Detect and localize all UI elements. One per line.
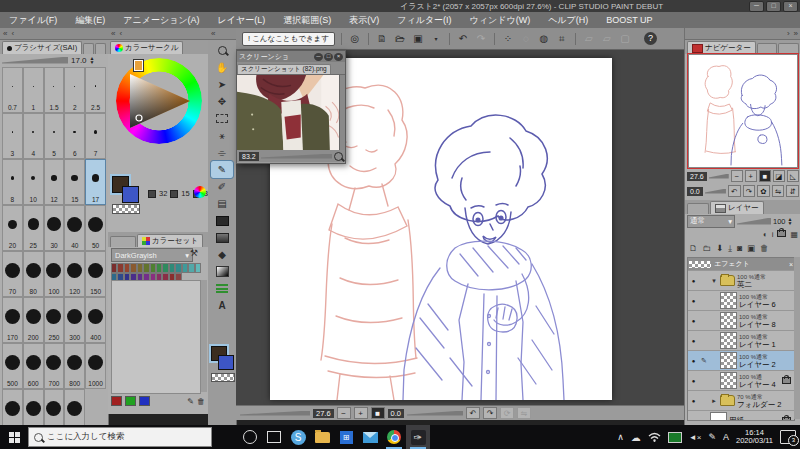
menu-item[interactable]: 選択範囲(S) xyxy=(274,13,340,28)
new-folder-icon[interactable]: 🗀 xyxy=(703,243,712,254)
layer-row[interactable]: ●▸70 %通常フォルダー 2 xyxy=(688,391,794,411)
wifi-icon[interactable] xyxy=(648,432,661,442)
layer-name[interactable]: レイヤー 6 xyxy=(739,301,776,309)
navigator-rotation-slider[interactable] xyxy=(705,189,726,194)
invert-selection-icon[interactable]: ◍ xyxy=(537,32,551,45)
brush-size-cell[interactable]: 5 xyxy=(44,113,65,159)
auto-select-tool[interactable]: ⚹ xyxy=(211,127,233,144)
sv-triangle[interactable] xyxy=(128,70,192,132)
mail-taskbar-button[interactable] xyxy=(358,425,382,449)
lock-layer-icon[interactable] xyxy=(777,230,786,237)
brush-size-cell[interactable]: 1000 xyxy=(85,343,106,389)
brush-size-cell[interactable]: 8 xyxy=(2,159,23,205)
clip-studio-paint-taskbar-button[interactable]: ✑ xyxy=(406,425,430,449)
layer-thumbnail[interactable] xyxy=(710,412,727,421)
new-file-icon[interactable]: 🗎 xyxy=(375,32,389,45)
help-button[interactable]: ? xyxy=(644,32,657,45)
pen-tool[interactable]: ✎ xyxy=(211,161,233,178)
menu-item[interactable]: フィルター(I) xyxy=(388,13,460,28)
brush-size-cell[interactable]: 17 xyxy=(85,159,106,205)
opacity-value[interactable]: 100 xyxy=(773,217,786,226)
collapse-icon[interactable]: ‹ xyxy=(11,29,14,38)
transfer-layer-icon[interactable]: ⬇ xyxy=(716,243,723,254)
brush-size-cell[interactable]: 4 xyxy=(23,113,44,159)
zoom-in-button[interactable]: + xyxy=(354,407,368,419)
clip-studio-logo-icon[interactable]: ◎ xyxy=(348,32,362,45)
delete-layer-icon[interactable]: 🗑 xyxy=(760,243,769,254)
brush-size-cell[interactable]: 10 xyxy=(23,159,44,205)
microsoft-store-taskbar-button[interactable]: ⊞ xyxy=(334,425,358,449)
figure-tool[interactable] xyxy=(211,280,233,297)
brush-size-cell[interactable]: 800 xyxy=(64,343,85,389)
navigator-header[interactable]: ›» xyxy=(685,28,800,40)
nav-actual-size-button[interactable]: ◪ xyxy=(773,170,785,182)
layer-name[interactable]: 用紙 xyxy=(729,417,744,422)
rotate-right-button[interactable]: ↷ xyxy=(483,407,497,419)
tab-extra[interactable] xyxy=(110,236,136,247)
layer-row[interactable]: ●100 %通常レイヤー 8 xyxy=(688,311,794,331)
screenshot-scrollbar[interactable] xyxy=(339,75,345,150)
monitor-icon[interactable] xyxy=(668,432,682,443)
action-center-button[interactable]: 3 xyxy=(780,430,796,444)
close-button[interactable]: × xyxy=(783,1,798,12)
brush-size-cell[interactable]: 1.5 xyxy=(44,67,65,113)
redo-icon[interactable]: ↷ xyxy=(474,32,488,45)
tab-layers[interactable]: レイヤー xyxy=(710,201,764,214)
brush-size-cell[interactable]: 2.5 xyxy=(85,67,106,113)
layer-row[interactable]: ●100 %通レイヤー 4 xyxy=(688,371,794,391)
trash-icon[interactable]: 🗑 xyxy=(197,397,205,406)
mini-color-wheel-icon[interactable] xyxy=(194,186,206,198)
tab-extra-1[interactable] xyxy=(83,43,94,54)
background-color-swatch[interactable] xyxy=(122,186,139,203)
brush-size-cell[interactable]: 600 xyxy=(23,343,44,389)
layer-thumbnail[interactable] xyxy=(720,292,737,309)
layer-name[interactable]: 英二 xyxy=(737,281,766,289)
magnifier-icon[interactable] xyxy=(334,152,343,161)
layer-row[interactable]: ●▾100 %通常英二 xyxy=(688,271,794,291)
close-icon[interactable]: × xyxy=(334,53,343,61)
windows-ink-pen-icon[interactable]: ✎ xyxy=(708,432,716,442)
flip-horizontal-button[interactable]: ⇋ xyxy=(517,407,531,419)
nav-rotate-right-button[interactable]: ↷ xyxy=(743,185,756,197)
brush-size-cell[interactable]: 150 xyxy=(85,251,106,297)
collapse-icon[interactable]: « xyxy=(111,29,115,38)
menu-item[interactable]: BOOST UP xyxy=(597,13,661,28)
ime-mode-indicator[interactable]: A xyxy=(723,432,729,442)
taskbar-search[interactable]: ここに入力して検索 xyxy=(28,427,212,447)
brush-panel-header[interactable]: «‹ xyxy=(0,28,108,40)
brush-size-cell[interactable]: 700 xyxy=(44,343,65,389)
close-icon[interactable]: × xyxy=(789,261,793,268)
brush-size-cell[interactable]: 70 xyxy=(2,251,23,297)
speaker-muted-icon[interactable]: ◄× xyxy=(689,433,702,442)
layer-row[interactable]: ●100 %通常レイヤー 1 xyxy=(688,331,794,351)
tab-color-set[interactable]: カラーセット xyxy=(137,234,203,247)
selection-tool[interactable] xyxy=(211,110,233,127)
brush-size-cell[interactable]: 400 xyxy=(85,297,106,343)
layer-row-effect[interactable]: エフェクト× xyxy=(688,258,794,271)
color-set-list-area[interactable] xyxy=(111,280,201,394)
eye-icon[interactable]: ● xyxy=(689,378,698,384)
info-icon[interactable]: i xyxy=(772,230,774,239)
layer-name[interactable]: レイヤー 1 xyxy=(739,341,776,349)
skype-taskbar-button[interactable]: S xyxy=(286,425,310,449)
reset-rotation-button[interactable]: ⟳ xyxy=(500,407,514,419)
brush-size-cell[interactable]: 30 xyxy=(44,205,65,251)
navigator-zoom-slider[interactable] xyxy=(709,174,729,179)
brush-size-cell[interactable]: 20 xyxy=(2,205,23,251)
hidden-icons-chevron[interactable]: ∧ xyxy=(617,432,624,442)
tab-navigator[interactable]: ナビゲーター xyxy=(687,41,756,54)
reselect-icon[interactable]: ◌ xyxy=(519,32,533,45)
screenshot-window-titlebar[interactable]: スクリーンショ ─ □ × xyxy=(237,51,345,62)
collapse-icon[interactable]: ‹ xyxy=(119,29,122,38)
zoom-out-button[interactable]: − xyxy=(337,407,351,419)
brush-size-value[interactable]: 17.0 xyxy=(71,56,87,65)
file-explorer-taskbar-button[interactable] xyxy=(310,425,334,449)
decoration-tool[interactable]: ▤ xyxy=(211,195,233,212)
hand-tool[interactable]: ✋ xyxy=(211,59,233,76)
menu-item[interactable]: ウィンドウ(W) xyxy=(461,13,540,28)
tab-information[interactable] xyxy=(778,43,799,54)
brush-size-cell[interactable]: 500 xyxy=(2,343,23,389)
maximize-button[interactable]: □ xyxy=(766,1,781,12)
tab-extra[interactable] xyxy=(687,203,709,214)
brush-size-cell[interactable]: 170 xyxy=(2,297,23,343)
